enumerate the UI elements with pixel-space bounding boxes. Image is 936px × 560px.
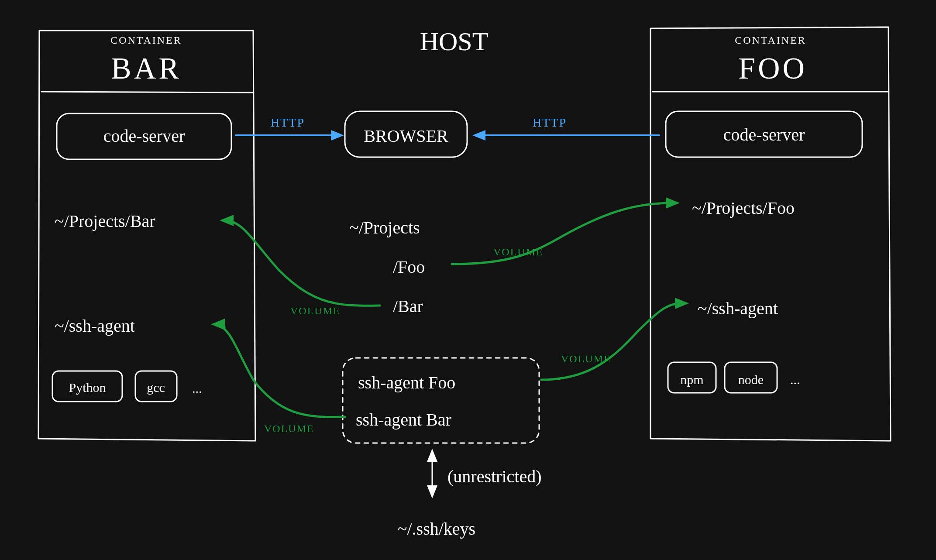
foo-tool-npm: npm (680, 372, 703, 387)
container-bar-label: CONTAINER (110, 34, 182, 46)
svg-marker-16 (220, 215, 234, 226)
svg-marker-12 (331, 130, 344, 141)
host: HOST BROWSER ~/Projects /Foo /Bar ssh-ag… (343, 27, 541, 539)
foo-tool-node: node (738, 372, 764, 387)
container-foo-name: FOO (738, 52, 807, 85)
container-bar-name: BAR (111, 52, 182, 85)
svg-marker-18 (211, 319, 226, 330)
foo-code-server: code-server (723, 125, 805, 144)
bar-projects-path: ~/Projects/Bar (55, 211, 155, 231)
host-project-foo: /Foo (393, 257, 425, 277)
bar-tool-python: Python (69, 380, 106, 395)
svg-marker-9 (427, 449, 437, 462)
host-unrestricted: (unrestricted) (447, 467, 541, 486)
svg-marker-10 (427, 485, 437, 498)
volume-label-bar-ssh: VOLUME (264, 423, 314, 434)
volume-label-foo-projects: VOLUME (493, 246, 544, 258)
svg-marker-15 (666, 197, 680, 209)
http-label-left: HTTP (271, 116, 305, 129)
volume-arrow-foo-projects: VOLUME (452, 197, 680, 264)
svg-rect-7 (343, 358, 539, 443)
foo-projects-path: ~/Projects/Foo (692, 198, 795, 218)
http-arrow-left: HTTP (236, 116, 344, 141)
host-ssh-keys: ~/.ssh/keys (398, 519, 475, 539)
http-label-right: HTTP (533, 116, 567, 129)
host-project-bar: /Bar (393, 296, 423, 316)
http-arrow-right: HTTP (472, 116, 659, 141)
volume-arrow-foo-ssh: VOLUME (541, 298, 689, 380)
bar-ssh-agent: ~/ssh-agent (55, 316, 135, 336)
bar-code-server: code-server (103, 126, 185, 146)
container-foo-label: CONTAINER (735, 34, 806, 46)
svg-marker-14 (472, 130, 485, 141)
bar-tool-gcc: gcc (147, 380, 165, 395)
host-ssh-agent-bar: ssh-agent Bar (356, 410, 451, 429)
foo-tools-more: ... (790, 372, 800, 387)
svg-marker-17 (675, 298, 689, 309)
bar-tools-more: ... (192, 381, 202, 395)
volume-arrow-bar-ssh: VOLUME (211, 319, 345, 434)
container-bar: CONTAINER BAR code-server ~/Projects/Bar… (38, 31, 255, 441)
host-title: HOST (420, 27, 489, 56)
volume-label-foo-ssh: VOLUME (561, 353, 611, 364)
host-ssh-agent-foo: ssh-agent Foo (358, 373, 455, 392)
container-foo: CONTAINER FOO code-server ~/Projects/Foo… (650, 27, 891, 441)
volume-label-bar-projects: VOLUME (290, 305, 341, 316)
foo-ssh-agent: ~/ssh-agent (698, 299, 778, 318)
host-browser: BROWSER (364, 126, 448, 146)
host-projects-root: ~/Projects (349, 218, 420, 237)
